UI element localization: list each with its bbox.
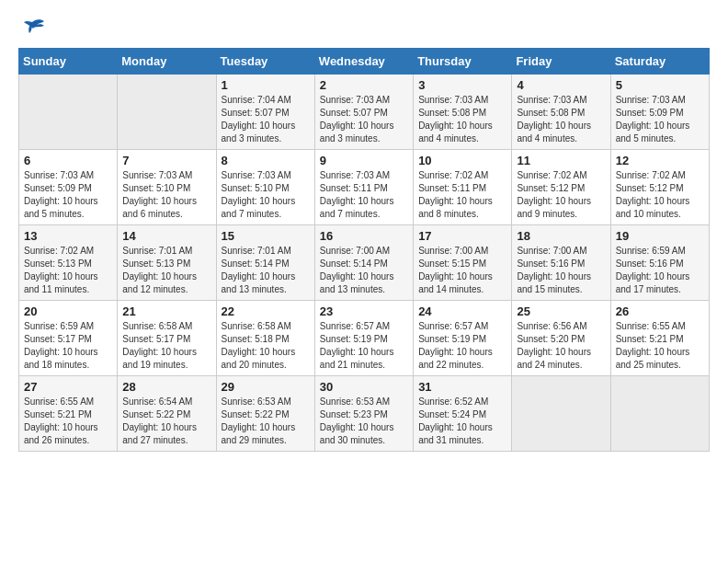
calendar-day-header: Monday bbox=[118, 49, 216, 75]
calendar-cell: 15Sunrise: 7:01 AM Sunset: 5:14 PM Dayli… bbox=[216, 225, 314, 301]
calendar-cell: 3Sunrise: 7:03 AM Sunset: 5:08 PM Daylig… bbox=[414, 75, 512, 150]
calendar-week-row: 20Sunrise: 6:59 AM Sunset: 5:17 PM Dayli… bbox=[19, 301, 710, 376]
day-number: 31 bbox=[418, 380, 506, 394]
calendar-cell: 1Sunrise: 7:04 AM Sunset: 5:07 PM Daylig… bbox=[216, 75, 314, 150]
day-number: 9 bbox=[320, 154, 408, 167]
calendar-cell: 23Sunrise: 6:57 AM Sunset: 5:19 PM Dayli… bbox=[314, 301, 413, 376]
calendar-cell: 21Sunrise: 6:58 AM Sunset: 5:17 PM Dayli… bbox=[118, 301, 216, 376]
header bbox=[18, 18, 710, 39]
calendar-cell: 10Sunrise: 7:02 AM Sunset: 5:11 PM Dayli… bbox=[414, 150, 512, 225]
calendar-cell bbox=[19, 75, 118, 150]
day-info: Sunrise: 6:55 AM Sunset: 5:21 PM Dayligh… bbox=[24, 396, 112, 447]
calendar-cell: 13Sunrise: 7:02 AM Sunset: 5:13 PM Dayli… bbox=[19, 225, 118, 301]
calendar-cell: 16Sunrise: 7:00 AM Sunset: 5:14 PM Dayli… bbox=[314, 225, 413, 301]
day-info: Sunrise: 7:02 AM Sunset: 5:12 PM Dayligh… bbox=[517, 169, 605, 221]
calendar-cell: 17Sunrise: 7:00 AM Sunset: 5:15 PM Dayli… bbox=[414, 225, 512, 301]
day-info: Sunrise: 6:56 AM Sunset: 5:20 PM Dayligh… bbox=[517, 320, 605, 372]
day-number: 22 bbox=[222, 304, 310, 318]
day-info: Sunrise: 7:03 AM Sunset: 5:08 PM Dayligh… bbox=[517, 94, 605, 145]
day-info: Sunrise: 7:02 AM Sunset: 5:12 PM Dayligh… bbox=[616, 169, 704, 221]
day-number: 8 bbox=[222, 154, 310, 167]
day-info: Sunrise: 6:53 AM Sunset: 5:22 PM Dayligh… bbox=[222, 396, 310, 447]
day-number: 10 bbox=[418, 154, 506, 167]
day-number: 29 bbox=[222, 380, 310, 394]
day-info: Sunrise: 7:03 AM Sunset: 5:10 PM Dayligh… bbox=[122, 169, 210, 221]
day-number: 3 bbox=[418, 78, 506, 92]
day-number: 19 bbox=[616, 229, 704, 243]
day-info: Sunrise: 7:00 AM Sunset: 5:16 PM Dayligh… bbox=[517, 245, 605, 296]
logo bbox=[18, 18, 50, 39]
day-info: Sunrise: 7:00 AM Sunset: 5:14 PM Dayligh… bbox=[320, 245, 408, 296]
calendar-cell: 19Sunrise: 6:59 AM Sunset: 5:16 PM Dayli… bbox=[610, 225, 709, 301]
calendar-cell bbox=[118, 75, 216, 150]
day-info: Sunrise: 7:04 AM Sunset: 5:07 PM Dayligh… bbox=[222, 94, 310, 145]
calendar-cell bbox=[610, 376, 709, 452]
calendar-week-row: 1Sunrise: 7:04 AM Sunset: 5:07 PM Daylig… bbox=[19, 75, 710, 150]
day-number: 11 bbox=[517, 154, 605, 167]
calendar-cell: 2Sunrise: 7:03 AM Sunset: 5:07 PM Daylig… bbox=[314, 75, 413, 150]
calendar-day-header: Wednesday bbox=[314, 49, 413, 75]
day-number: 25 bbox=[517, 304, 605, 318]
day-number: 26 bbox=[616, 304, 704, 318]
calendar-day-header: Thursday bbox=[414, 49, 512, 75]
day-number: 1 bbox=[222, 78, 310, 92]
day-info: Sunrise: 6:59 AM Sunset: 5:16 PM Dayligh… bbox=[616, 245, 704, 296]
day-info: Sunrise: 6:58 AM Sunset: 5:18 PM Dayligh… bbox=[222, 320, 310, 372]
day-number: 5 bbox=[616, 78, 704, 92]
calendar-cell: 26Sunrise: 6:55 AM Sunset: 5:21 PM Dayli… bbox=[610, 301, 709, 376]
calendar-cell: 5Sunrise: 7:03 AM Sunset: 5:09 PM Daylig… bbox=[610, 75, 709, 150]
day-number: 15 bbox=[222, 229, 310, 243]
calendar-day-header: Tuesday bbox=[216, 49, 314, 75]
calendar-cell: 28Sunrise: 6:54 AM Sunset: 5:22 PM Dayli… bbox=[118, 376, 216, 452]
calendar-cell: 4Sunrise: 7:03 AM Sunset: 5:08 PM Daylig… bbox=[512, 75, 610, 150]
calendar-week-row: 6Sunrise: 7:03 AM Sunset: 5:09 PM Daylig… bbox=[19, 150, 710, 225]
calendar-day-header: Saturday bbox=[610, 49, 709, 75]
day-number: 18 bbox=[517, 229, 605, 243]
day-number: 16 bbox=[320, 229, 408, 243]
calendar-cell: 9Sunrise: 7:03 AM Sunset: 5:11 PM Daylig… bbox=[314, 150, 413, 225]
calendar-cell: 31Sunrise: 6:52 AM Sunset: 5:24 PM Dayli… bbox=[414, 376, 512, 452]
day-info: Sunrise: 6:59 AM Sunset: 5:17 PM Dayligh… bbox=[24, 320, 112, 372]
day-info: Sunrise: 7:02 AM Sunset: 5:11 PM Dayligh… bbox=[418, 169, 506, 221]
day-number: 20 bbox=[24, 304, 112, 318]
day-number: 4 bbox=[517, 78, 605, 92]
calendar-day-header: Friday bbox=[512, 49, 610, 75]
calendar-cell: 25Sunrise: 6:56 AM Sunset: 5:20 PM Dayli… bbox=[512, 301, 610, 376]
calendar-week-row: 13Sunrise: 7:02 AM Sunset: 5:13 PM Dayli… bbox=[19, 225, 710, 301]
day-info: Sunrise: 7:00 AM Sunset: 5:15 PM Dayligh… bbox=[418, 245, 506, 296]
day-number: 13 bbox=[24, 229, 112, 243]
day-number: 24 bbox=[418, 304, 506, 318]
calendar-week-row: 27Sunrise: 6:55 AM Sunset: 5:21 PM Dayli… bbox=[19, 376, 710, 452]
calendar-cell: 8Sunrise: 7:03 AM Sunset: 5:10 PM Daylig… bbox=[216, 150, 314, 225]
calendar-cell bbox=[512, 376, 610, 452]
day-number: 28 bbox=[122, 380, 210, 394]
day-number: 2 bbox=[320, 78, 408, 92]
day-number: 17 bbox=[418, 229, 506, 243]
day-number: 27 bbox=[24, 380, 112, 394]
day-number: 12 bbox=[616, 154, 704, 167]
calendar-cell: 22Sunrise: 6:58 AM Sunset: 5:18 PM Dayli… bbox=[216, 301, 314, 376]
calendar-cell: 11Sunrise: 7:02 AM Sunset: 5:12 PM Dayli… bbox=[512, 150, 610, 225]
calendar-cell: 18Sunrise: 7:00 AM Sunset: 5:16 PM Dayli… bbox=[512, 225, 610, 301]
calendar-cell: 7Sunrise: 7:03 AM Sunset: 5:10 PM Daylig… bbox=[118, 150, 216, 225]
day-info: Sunrise: 7:03 AM Sunset: 5:11 PM Dayligh… bbox=[320, 169, 408, 221]
day-info: Sunrise: 7:01 AM Sunset: 5:14 PM Dayligh… bbox=[222, 245, 310, 296]
calendar-header-row: SundayMondayTuesdayWednesdayThursdayFrid… bbox=[19, 49, 710, 75]
day-number: 7 bbox=[122, 154, 210, 167]
day-number: 6 bbox=[24, 154, 112, 167]
day-info: Sunrise: 7:02 AM Sunset: 5:13 PM Dayligh… bbox=[24, 245, 112, 296]
day-info: Sunrise: 7:03 AM Sunset: 5:08 PM Dayligh… bbox=[418, 94, 506, 145]
day-info: Sunrise: 7:03 AM Sunset: 5:07 PM Dayligh… bbox=[320, 94, 408, 145]
calendar-cell: 12Sunrise: 7:02 AM Sunset: 5:12 PM Dayli… bbox=[610, 150, 709, 225]
calendar-table: SundayMondayTuesdayWednesdayThursdayFrid… bbox=[18, 48, 710, 452]
day-info: Sunrise: 6:52 AM Sunset: 5:24 PM Dayligh… bbox=[418, 396, 506, 447]
day-info: Sunrise: 7:01 AM Sunset: 5:13 PM Dayligh… bbox=[122, 245, 210, 296]
calendar-cell: 6Sunrise: 7:03 AM Sunset: 5:09 PM Daylig… bbox=[19, 150, 118, 225]
calendar-cell: 20Sunrise: 6:59 AM Sunset: 5:17 PM Dayli… bbox=[19, 301, 118, 376]
day-info: Sunrise: 6:55 AM Sunset: 5:21 PM Dayligh… bbox=[616, 320, 704, 372]
calendar-cell: 14Sunrise: 7:01 AM Sunset: 5:13 PM Dayli… bbox=[118, 225, 216, 301]
calendar-cell: 30Sunrise: 6:53 AM Sunset: 5:23 PM Dayli… bbox=[314, 376, 413, 452]
day-info: Sunrise: 6:54 AM Sunset: 5:22 PM Dayligh… bbox=[122, 396, 210, 447]
calendar-cell: 29Sunrise: 6:53 AM Sunset: 5:22 PM Dayli… bbox=[216, 376, 314, 452]
day-number: 30 bbox=[320, 380, 408, 394]
